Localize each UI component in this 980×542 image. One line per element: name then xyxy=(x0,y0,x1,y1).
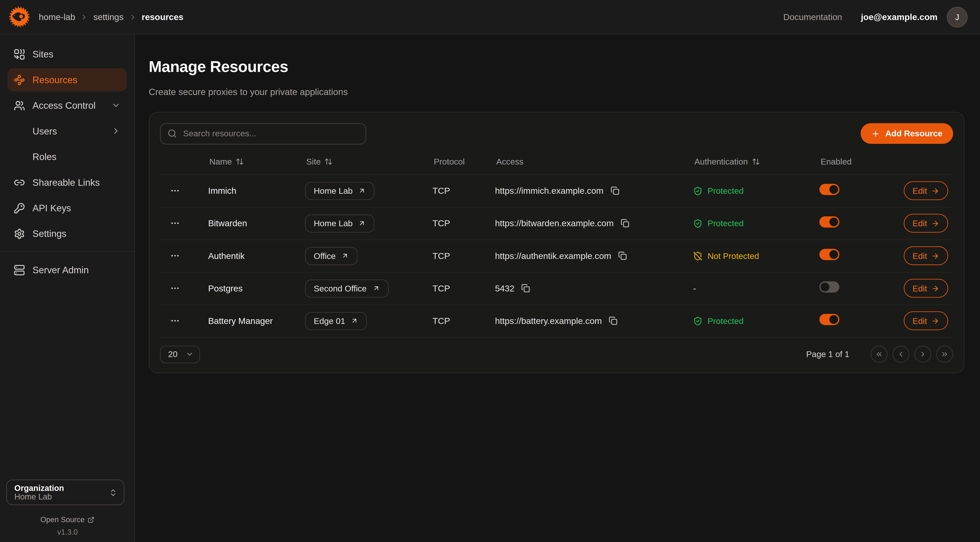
sidebar-item-resources[interactable]: Resources xyxy=(8,68,127,91)
sidebar-item-settings[interactable]: Settings xyxy=(8,222,127,245)
combine-icon xyxy=(14,48,25,60)
sidebar-item-label: API Keys xyxy=(32,202,71,213)
table-row: Postgres Second Office TCP 5432 - Edit xyxy=(160,272,953,304)
column-header-name[interactable]: Name xyxy=(208,157,305,166)
copy-icon xyxy=(620,219,630,228)
enabled-toggle[interactable] xyxy=(819,281,840,293)
arrow-up-right-icon xyxy=(358,220,366,227)
arrow-up-right-icon xyxy=(341,252,349,260)
sidebar-item-users[interactable]: Users xyxy=(8,120,127,142)
breadcrumb-org[interactable]: home-lab xyxy=(39,12,75,22)
copy-icon xyxy=(609,316,617,325)
plus-icon xyxy=(872,129,880,138)
resource-access-port[interactable]: 5432 xyxy=(495,283,514,293)
open-source-label: Open Source xyxy=(40,515,84,524)
table-body: Immich Home Lab TCP https://immich.examp… xyxy=(160,174,953,337)
edit-button[interactable]: Edit xyxy=(904,214,948,233)
site-link-button[interactable]: Edge 01 xyxy=(305,312,367,330)
page-title: Manage Resources xyxy=(149,57,964,75)
users-icon xyxy=(14,100,25,111)
row-menu-button[interactable] xyxy=(160,186,208,196)
column-header-enabled: Enabled xyxy=(819,157,904,166)
sort-icon xyxy=(235,158,244,166)
table-row: Bitwarden Home Lab TCP https://bitwarden… xyxy=(160,207,953,239)
organization-value: Home Lab xyxy=(14,493,116,502)
user-email[interactable]: joe@example.com xyxy=(861,12,937,22)
column-header-site[interactable]: Site xyxy=(305,157,433,166)
sort-icon xyxy=(752,158,760,166)
enabled-toggle[interactable] xyxy=(819,217,840,228)
row-menu-button[interactable] xyxy=(160,218,208,228)
copy-button[interactable] xyxy=(618,251,627,260)
site-link-button[interactable]: Office xyxy=(305,247,358,265)
enabled-toggle[interactable] xyxy=(819,314,840,325)
resource-protocol: TCP xyxy=(433,251,495,261)
edit-button[interactable]: Edit xyxy=(904,311,948,330)
ellipsis-icon xyxy=(170,251,180,261)
chevron-right-icon xyxy=(111,126,121,136)
resource-access-url[interactable]: https://authentik.example.com xyxy=(495,251,611,261)
sidebar: Sites Resources Access Control Users Rol… xyxy=(0,34,135,542)
sidebar-item-shareable-links[interactable]: Shareable Links xyxy=(8,171,127,194)
auth-status-badge: Protected xyxy=(693,316,819,325)
first-page-button[interactable] xyxy=(871,346,888,363)
avatar-initial: J xyxy=(955,12,959,22)
shield-check-icon xyxy=(693,218,703,228)
edit-button[interactable]: Edit xyxy=(904,279,948,298)
edit-button[interactable]: Edit xyxy=(904,181,948,200)
resource-access-url[interactable]: https://bitwarden.example.com xyxy=(495,218,614,228)
breadcrumb-settings[interactable]: settings xyxy=(93,12,124,22)
chevron-right-icon xyxy=(80,13,89,21)
column-header-authentication[interactable]: Authentication xyxy=(693,157,819,166)
page-size-select[interactable]: 20 xyxy=(160,345,200,363)
sidebar-item-label: Sites xyxy=(32,49,53,59)
server-icon xyxy=(14,264,25,276)
copy-button[interactable] xyxy=(521,284,530,293)
search-input[interactable] xyxy=(182,128,359,139)
edit-button[interactable]: Edit xyxy=(904,246,948,265)
site-link-button[interactable]: Home Lab xyxy=(305,182,374,200)
auth-status-badge: Not Protected xyxy=(693,251,819,260)
auth-status-badge: Protected xyxy=(693,186,819,195)
sidebar-item-api-keys[interactable]: API Keys xyxy=(8,196,127,220)
ellipsis-icon xyxy=(170,283,180,293)
chevron-right-icon xyxy=(129,13,137,21)
ellipsis-icon xyxy=(170,316,180,326)
avatar[interactable]: J xyxy=(947,6,967,27)
site-link-button[interactable]: Home Lab xyxy=(305,214,374,233)
app-root: home-lab settings resources Documentatio… xyxy=(0,0,980,542)
arrow-right-icon xyxy=(931,284,940,292)
sidebar-item-sites[interactable]: Sites xyxy=(8,43,127,65)
pangolin-logo-icon[interactable] xyxy=(9,6,30,27)
main-content: Manage Resources Create secure proxies t… xyxy=(135,34,980,542)
sidebar-item-server-admin[interactable]: Server Admin xyxy=(8,258,127,281)
row-menu-button[interactable] xyxy=(160,316,208,326)
row-menu-button[interactable] xyxy=(160,283,208,293)
sidebar-item-access-control[interactable]: Access Control xyxy=(8,94,127,117)
add-resource-button[interactable]: Add Resource xyxy=(861,123,953,144)
copy-button[interactable] xyxy=(609,316,617,325)
sidebar-item-label: Shareable Links xyxy=(32,177,100,188)
copy-icon xyxy=(521,284,530,293)
enabled-toggle[interactable] xyxy=(819,249,840,260)
resource-protocol: TCP xyxy=(433,316,495,326)
resource-access-url[interactable]: https://battery.example.com xyxy=(495,316,602,326)
last-page-button[interactable] xyxy=(936,346,953,363)
copy-button[interactable] xyxy=(610,187,619,195)
chevron-left-icon xyxy=(897,350,905,358)
open-source-link[interactable]: Open Source xyxy=(0,515,135,524)
site-link-button[interactable]: Second Office xyxy=(305,279,388,297)
add-resource-label: Add Resource xyxy=(885,129,942,138)
sidebar-item-label: Roles xyxy=(32,151,56,162)
sidebar-item-roles[interactable]: Roles xyxy=(8,145,127,168)
resource-access-url[interactable]: https://immich.example.com xyxy=(495,186,603,196)
copy-button[interactable] xyxy=(620,219,630,228)
next-page-button[interactable] xyxy=(915,346,931,363)
previous-page-button[interactable] xyxy=(892,346,910,363)
documentation-link[interactable]: Documentation xyxy=(783,12,842,22)
enabled-toggle[interactable] xyxy=(819,184,840,195)
row-menu-button[interactable] xyxy=(160,251,208,261)
page-size-value: 20 xyxy=(168,349,178,359)
topbar-right: Documentation joe@example.com J xyxy=(783,6,967,27)
organization-selector[interactable]: Organization Home Lab xyxy=(6,480,124,505)
